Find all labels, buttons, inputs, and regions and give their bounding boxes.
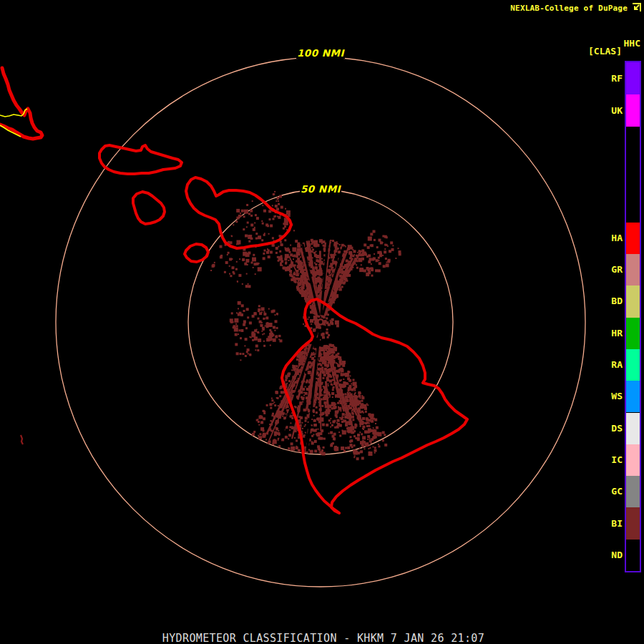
legend-label-bd: BD [580,296,623,307]
ring-label-layer: 100 NMI 50 NMI [296,47,346,195]
legend-label-ha: HA [580,233,623,244]
legend-label-gr: GR [580,264,623,275]
legend-label-nd: ND [580,550,623,561]
island-maui [186,177,291,248]
ring-label-50nmi-text: 50 NMI [301,183,342,195]
legend-label-uk: UK [580,105,623,117]
island-oahu [0,68,42,139]
brand-link[interactable]: NEXLAB-College of DuPage [510,4,628,13]
legend-swatch-ic [626,444,640,476]
legend-label-bi: BI [580,518,623,530]
legend-swatch-uk [626,94,640,127]
legend-swatch-rf [626,62,640,94]
legend-swatch-gr [626,254,640,286]
island-hawaii-big-island [282,299,467,513]
oahu-boundary-2 [0,125,21,137]
product-title: HYDROMETEOR CLASSIFICATION - KHKM 7 JAN … [162,632,484,644]
legend-product-class: [CLAS] [588,46,622,57]
legend-swatch-bd [626,286,640,317]
legend-swatch-bi [626,507,640,539]
external-link-icon[interactable] [630,2,642,14]
ring-label-50nmi: 50 NMI [300,183,342,195]
legend-label-ds: DS [580,423,623,434]
legend-swatch-ds [626,413,640,444]
legend-product-code: HHC [624,38,640,49]
legend-swatch-hr [626,318,640,349]
legend-swatch-ra [626,349,640,381]
legend-label-ws: WS [580,391,623,402]
legend-label-hr: HR [580,328,623,339]
legend-label-ic: IC [580,454,623,466]
coast-speck [21,435,23,444]
island-lanai [133,192,165,224]
legend-swatch-ha [626,223,640,254]
legend-colorbar [625,61,641,572]
radar-map: 100 NMI 50 NMI [0,0,644,644]
legend-label-ra: RA [580,359,623,371]
island-kahoolawe [185,244,208,262]
ring-label-100nmi: 100 NMI [296,47,346,59]
legend-swatch-nd [626,540,640,571]
legend-label-gc: GC [580,486,623,497]
coastline-layer [0,68,467,513]
legend-swatch-gc [626,476,640,507]
legend-swatch-ws [626,381,640,412]
legend-label-rf: RF [580,73,623,84]
ring-label-100nmi-text: 100 NMI [297,47,346,59]
radar-echo-layer [210,191,401,460]
radar-app-window: 100 NMI 50 NMI NEXLAB-College of DuPage … [0,0,644,644]
